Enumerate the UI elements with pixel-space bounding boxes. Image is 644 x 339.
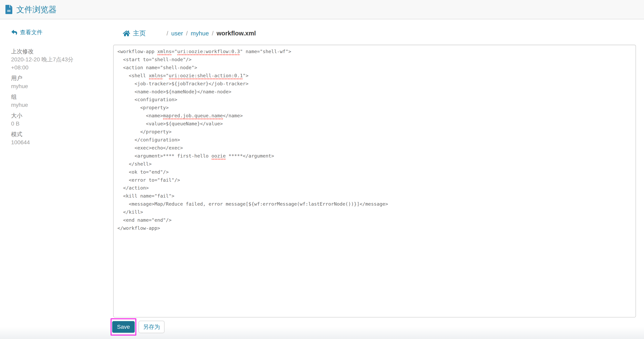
code-text: =" xyxy=(172,49,177,54)
code-line: <ok to="end"/> xyxy=(118,168,632,176)
file-browser-page: 文件浏览器 查看文件 上次修改2020-12-20 晚上7点43分 +08:00… xyxy=(0,0,644,339)
meta-value: myhue xyxy=(11,101,92,109)
code-text: <action name="shell-node"> xyxy=(118,65,197,70)
code-text: <argument>**** first-hello xyxy=(118,153,212,159)
code-line: <kill name="fail"> xyxy=(118,192,632,200)
sidebar: 查看文件 上次修改2020-12-20 晚上7点43分 +08:00用户myhu… xyxy=(11,28,106,149)
back-arrow-icon xyxy=(11,29,18,35)
code-text: <name-node>${nameNode}</name-node> xyxy=(118,89,232,95)
code-line: <workflow-app xmlns="uri:oozie:workflow:… xyxy=(118,48,632,56)
meta-group: 大小0 B xyxy=(11,112,106,128)
code-line: </shell> xyxy=(118,160,632,168)
code-line: <error to="fail"/> xyxy=(118,176,632,184)
code-text: </kill> xyxy=(118,209,143,215)
code-line: <end name="end"/> xyxy=(118,216,632,224)
code-line: <shell xmlns="uri:oozie:shell-action:0.1… xyxy=(118,72,632,80)
code-line: <message>Map/Reduce failed, error messag… xyxy=(118,200,632,208)
code-text: <property> xyxy=(118,105,169,110)
meta-label: 模式 xyxy=(11,130,106,138)
misspelled-word: xmlns xyxy=(157,49,172,55)
code-text: </workflow-app> xyxy=(118,225,160,231)
file-document-icon xyxy=(6,5,12,14)
code-text: <job-tracker>${jobTracker}</job-tracker> xyxy=(118,81,248,86)
code-line: <exec>echo</exec> xyxy=(118,144,632,152)
meta-group: 用户myhue xyxy=(11,74,106,90)
misspelled-word: mapred.job.queue.name xyxy=(163,113,223,119)
meta-group: 模式100644 xyxy=(11,130,106,146)
breadcrumb-separator: / xyxy=(212,30,214,37)
breadcrumb-current: workflow.xml xyxy=(216,30,256,37)
breadcrumb-link[interactable]: user xyxy=(171,30,183,37)
code-line: <argument>**** first-hello oozie *****</… xyxy=(118,152,632,160)
code-line: <name>mapred.job.queue.name</name> xyxy=(118,112,632,120)
view-file-link[interactable]: 查看文件 xyxy=(11,28,42,36)
meta-value: myhue xyxy=(11,82,92,90)
code-text: <message>Map/Reduce failed, error messag… xyxy=(118,201,388,207)
code-line: </workflow-app> xyxy=(118,224,632,232)
code-line: <configuration> xyxy=(118,96,632,104)
meta-value: 2020-12-20 晚上7点43分 +08:00 xyxy=(11,55,92,72)
breadcrumb-link[interactable]: myhue xyxy=(191,30,209,37)
code-text: <kill name="fail"> xyxy=(118,193,174,199)
misspelled-word: xmlns xyxy=(149,73,163,79)
code-text: </property> xyxy=(118,129,172,135)
code-text: <exec>echo</exec> xyxy=(118,145,183,151)
code-text: <error to="fail"/> xyxy=(118,177,180,183)
code-text: <name> xyxy=(118,113,163,118)
code-text: "> xyxy=(243,73,248,78)
code-text: <configuration> xyxy=(118,97,177,102)
code-line: <property> xyxy=(118,104,632,112)
misspelled-word: oozie xyxy=(212,153,226,160)
code-text: <value>${queueName}</value> xyxy=(118,121,223,127)
misspelled-word: uri:oozie:shell-action:0.1 xyxy=(169,73,243,79)
code-line: <action name="shell-node"> xyxy=(118,64,632,72)
code-text: </shell> xyxy=(118,161,152,167)
code-text: <start to="shell-node"/> xyxy=(118,57,192,62)
meta-label: 上次修改 xyxy=(11,47,106,55)
file-content-editor[interactable]: <workflow-app xmlns="uri:oozie:workflow:… xyxy=(113,45,636,318)
meta-label: 大小 xyxy=(11,112,106,120)
app-title: 文件浏览器 xyxy=(16,4,56,15)
code-text: *****</argument> xyxy=(226,153,274,159)
code-line: <job-tracker>${jobTracker}</job-tracker> xyxy=(118,80,632,88)
code-line: </action> xyxy=(118,184,632,192)
code-line: </configuration> xyxy=(118,136,632,144)
meta-label: 组 xyxy=(11,93,106,101)
code-line: </property> xyxy=(118,128,632,136)
code-line: <value>${queueName}</value> xyxy=(118,120,632,128)
breadcrumb-separator: / xyxy=(186,30,188,37)
meta-value: 0 B xyxy=(11,120,92,128)
code-text: </name> xyxy=(223,113,243,118)
breadcrumb: 主页 /user/myhue/workflow.xml xyxy=(123,28,256,38)
code-text: <shell xyxy=(118,73,149,78)
code-text: " name="shell-wf"> xyxy=(240,49,291,54)
breadcrumb-separator: / xyxy=(166,30,168,37)
meta-label: 用户 xyxy=(11,74,106,82)
app-header: 文件浏览器 xyxy=(0,0,644,19)
code-text: <end name="end"/> xyxy=(118,217,172,223)
code-line: <start to="shell-node"/> xyxy=(118,56,632,64)
file-meta-list: 上次修改2020-12-20 晚上7点43分 +08:00用户myhue组myh… xyxy=(11,47,106,146)
meta-group: 上次修改2020-12-20 晚上7点43分 +08:00 xyxy=(11,47,106,72)
code-text: <workflow-app xyxy=(118,49,157,54)
home-icon xyxy=(123,30,130,37)
code-text: <ok to="end"/> xyxy=(118,169,169,175)
code-line: <name-node>${nameNode}</name-node> xyxy=(118,88,632,96)
actions-bar: Save 另存为 xyxy=(110,318,164,336)
page-bottom-edge xyxy=(0,327,644,339)
save-button-highlight: Save xyxy=(110,318,136,336)
misspelled-word: uri:oozie:workflow:0.3 xyxy=(177,49,240,55)
code-text: </configuration> xyxy=(118,137,180,143)
code-text: =" xyxy=(163,73,168,78)
code-line: </kill> xyxy=(118,208,632,216)
meta-value: 100644 xyxy=(11,138,92,146)
code-text: </action> xyxy=(118,185,149,191)
save-button[interactable]: Save xyxy=(112,321,135,333)
save-as-button[interactable]: 另存为 xyxy=(138,321,164,333)
breadcrumb-home-label: 主页 xyxy=(133,29,146,38)
meta-group: 组myhue xyxy=(11,93,106,109)
breadcrumb-home-link[interactable]: 主页 xyxy=(123,29,146,38)
breadcrumb-trail: /user/myhue/workflow.xml xyxy=(164,30,256,37)
view-file-label: 查看文件 xyxy=(20,28,42,36)
